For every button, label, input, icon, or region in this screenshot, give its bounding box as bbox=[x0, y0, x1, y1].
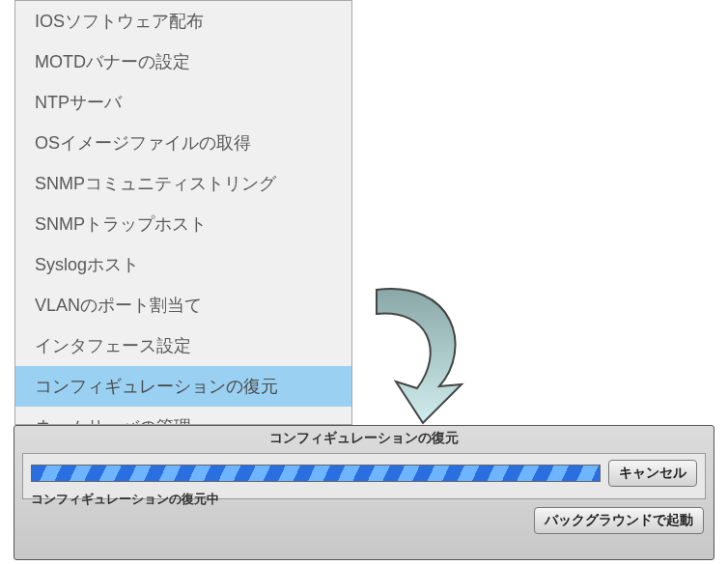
run-in-background-button[interactable]: バックグラウンドで起動 bbox=[534, 507, 704, 534]
menu-item-ntp-server[interactable]: NTPサーバ bbox=[15, 82, 351, 123]
restore-config-dialog: コンフィギュレーションの復元 キャンセル コンフィギュレーションの復元中 バック… bbox=[14, 425, 714, 560]
progress-bar-fill bbox=[32, 466, 600, 481]
progress-status-text: コンフィギュレーションの復元中 bbox=[31, 491, 697, 508]
menu-item-os-image[interactable]: OSイメージファイルの取得 bbox=[15, 123, 351, 163]
menu-item-config-restore[interactable]: コンフィギュレーションの復元 bbox=[15, 366, 351, 407]
cancel-button[interactable]: キャンセル bbox=[608, 460, 697, 487]
task-menu-panel: IOSソフトウェア配布 MOTDバナーの設定 NTPサーバ OSイメージファイル… bbox=[14, 0, 352, 425]
dialog-title: コンフィギュレーションの復元 bbox=[14, 426, 714, 453]
progress-bar bbox=[31, 465, 601, 482]
menu-item-snmp-community[interactable]: SNMPコミュニティストリング bbox=[15, 163, 351, 204]
menu-item-ios-distribution[interactable]: IOSソフトウェア配布 bbox=[15, 1, 351, 42]
menu-item-syslog-host[interactable]: Syslogホスト bbox=[15, 244, 351, 285]
menu-item-motd-banner[interactable]: MOTDバナーの設定 bbox=[15, 42, 351, 82]
menu-item-interface-settings[interactable]: インタフェース設定 bbox=[15, 325, 351, 366]
menu-item-snmp-trap[interactable]: SNMPトラップホスト bbox=[15, 204, 351, 244]
menu-item-name-server[interactable]: ネームサーバの管理 bbox=[15, 407, 351, 425]
flow-arrow-icon bbox=[348, 270, 483, 435]
progress-area: キャンセル コンフィギュレーションの復元中 bbox=[22, 453, 706, 499]
menu-item-vlan-port[interactable]: VLANのポート割当て bbox=[15, 285, 351, 325]
